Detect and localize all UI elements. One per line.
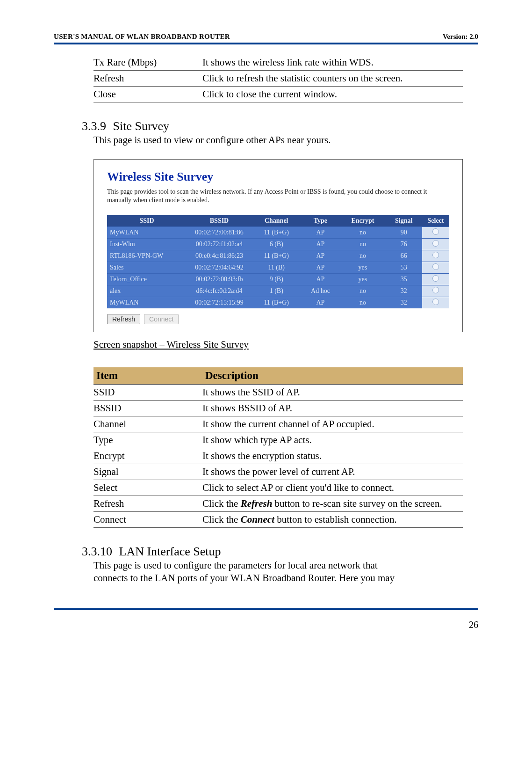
header-title: USER'S MANUAL OF WLAN BROADBAND ROUTER (54, 33, 230, 41)
survey-cell: no (340, 285, 385, 297)
radio-icon[interactable] (432, 263, 439, 270)
refresh-button[interactable]: Refresh (107, 314, 140, 324)
survey-cell: 11 (B) (252, 262, 301, 273)
survey-cell: AP (301, 297, 340, 308)
survey-cell: 66 (385, 250, 422, 262)
desc-cell: It show the current channel of AP occupi… (202, 416, 463, 432)
survey-cell: no (340, 297, 385, 308)
desc-cell: It shows the SSID of AP. (202, 385, 463, 401)
table-row: MyWLAN00:02:72:15:15:9911 (B+G)APno32 (107, 297, 449, 308)
item-cell: Select (93, 480, 202, 496)
item-cell: Channel (93, 416, 202, 432)
select-radio-cell[interactable] (422, 285, 449, 297)
survey-cell: AP (301, 226, 340, 238)
survey-cell: no (340, 226, 385, 238)
figure-description: This page provides tool to scan the wire… (107, 188, 449, 204)
survey-table: SSIDBSSIDChannelTypeEncryptSignalSelect … (107, 215, 449, 308)
survey-cell: no (340, 238, 385, 250)
survey-cell: MyWLAN (107, 226, 187, 238)
radio-icon[interactable] (432, 240, 439, 247)
survey-cell: 00:02:72:15:15:99 (187, 297, 252, 308)
footer-rule (54, 608, 478, 610)
item-cell: Refresh (93, 71, 202, 87)
table-row: RefreshClick the Refresh button to re-sc… (93, 496, 463, 512)
survey-cell: 00:02:72:00:81:86 (187, 226, 252, 238)
select-radio-cell[interactable] (422, 273, 449, 285)
table-row: TypeIt show which type AP acts. (93, 432, 463, 448)
survey-header-cell: BSSID (187, 215, 252, 226)
survey-cell: no (340, 250, 385, 262)
survey-cell: 00:02:72:04:64:92 (187, 262, 252, 273)
item-cell: Refresh (93, 496, 202, 512)
survey-header-cell: Channel (252, 215, 301, 226)
radio-icon[interactable] (432, 287, 439, 293)
survey-cell: RTL8186-VPN-GW (107, 250, 187, 262)
table-row: Telorn_Office00:02:72:00:93:fb9 (B)APyes… (107, 273, 449, 285)
survey-header-cell: Encrypt (340, 215, 385, 226)
table-row: Sales00:02:72:04:64:9211 (B)APyes53 (107, 262, 449, 273)
table-row: Inst-Wlm00:02:72:f1:02:a46 (B)APno76 (107, 238, 449, 250)
radio-icon[interactable] (432, 228, 439, 235)
desc-cell: It shows the power level of current AP. (202, 464, 463, 480)
item-cell: Signal (93, 464, 202, 480)
survey-cell: 9 (B) (252, 273, 301, 285)
section-339-intro: This page is used to view or configure o… (93, 134, 478, 146)
survey-cell: alex (107, 285, 187, 297)
select-radio-cell[interactable] (422, 226, 449, 238)
table-row: CloseClick to close the current window. (93, 87, 463, 102)
table-row: BSSIDIt shows BSSID of AP. (93, 401, 463, 416)
survey-cell: 1 (B) (252, 285, 301, 297)
radio-icon[interactable] (432, 275, 439, 282)
survey-cell: Sales (107, 262, 187, 273)
desc-cell: It shows BSSID of AP. (202, 401, 463, 416)
survey-cell: 35 (385, 273, 422, 285)
radio-icon[interactable] (432, 252, 439, 258)
desc-cell: It shows the encryption status. (202, 448, 463, 464)
header-rule (54, 43, 478, 44)
item-cell: Tx Rare (Mbps) (93, 55, 202, 71)
survey-cell: 90 (385, 226, 422, 238)
select-radio-cell[interactable] (422, 297, 449, 308)
survey-cell: 00:02:72:f1:02:a4 (187, 238, 252, 250)
survey-cell: 11 (B+G) (252, 250, 301, 262)
item-cell: Close (93, 87, 202, 102)
desc-cell: Click to select AP or client you'd like … (202, 480, 463, 496)
survey-cell: AP (301, 250, 340, 262)
connect-button[interactable]: Connect (144, 314, 179, 324)
desc-cell: Click the Refresh button to re-scan site… (202, 496, 463, 512)
header-version: Version: 2.0 (443, 33, 478, 41)
survey-cell: AP (301, 262, 340, 273)
desc-cell: It show which type AP acts. (202, 432, 463, 448)
section-339-number: 3.3.9 (82, 119, 106, 133)
page-number: 26 (54, 620, 478, 630)
survey-cell: Inst-Wlm (107, 238, 187, 250)
select-radio-cell[interactable] (422, 250, 449, 262)
figure-caption: Screen snapshot – Wireless Site Survey (93, 339, 478, 350)
survey-cell: Ad hoc (301, 285, 340, 297)
survey-cell: 11 (B+G) (252, 226, 301, 238)
emphasis: Connect (241, 514, 274, 525)
desc-cell: Click to refresh the statistic counters … (202, 71, 463, 87)
radio-icon[interactable] (432, 299, 439, 305)
site-survey-figure: Wireless Site Survey This page provides … (93, 159, 463, 332)
table-row: alexd6:4c:fc:0d:2a:d41 (B)Ad hocno32 (107, 285, 449, 297)
survey-cell: yes (340, 262, 385, 273)
survey-cell: 11 (B+G) (252, 297, 301, 308)
item-cell: SSID (93, 385, 202, 401)
survey-header-cell: Select (422, 215, 449, 226)
section-3310-para-2: connects to the LAN ports of your WLAN B… (93, 572, 478, 584)
section-3310-number: 3.3.10 (82, 545, 112, 559)
select-radio-cell[interactable] (422, 238, 449, 250)
item-cell: Type (93, 432, 202, 448)
survey-cell: 00:e0:4c:81:86:23 (187, 250, 252, 262)
survey-cell: MyWLAN (107, 297, 187, 308)
section-3310-heading: 3.3.10 LAN Interface Setup (82, 545, 478, 559)
table-row: ConnectClick the Connect button to estab… (93, 512, 463, 528)
survey-cell: 6 (B) (252, 238, 301, 250)
item-cell: Encrypt (93, 448, 202, 464)
select-radio-cell[interactable] (422, 262, 449, 273)
survey-cell: AP (301, 273, 340, 285)
table-row: SSIDIt shows the SSID of AP. (93, 385, 463, 401)
survey-cell: 76 (385, 238, 422, 250)
table-row: RefreshClick to refresh the statistic co… (93, 71, 463, 87)
